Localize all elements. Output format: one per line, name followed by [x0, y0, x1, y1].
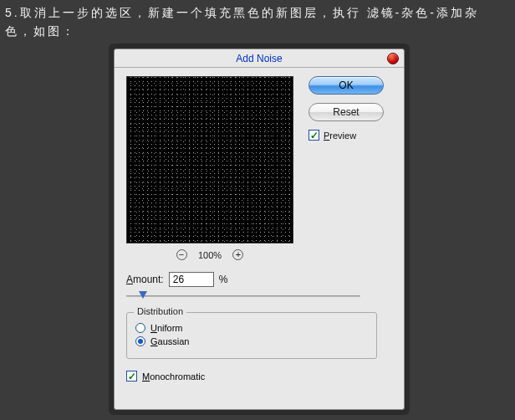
add-noise-dialog: Add Noise − 100% + OK Reset ✓ Preview — [114, 49, 405, 410]
amount-input[interactable] — [169, 272, 214, 287]
instruction-text: 5.取消上一步的选区，新建一个填充黑色的新图层，执行 滤镜-杂色-添加杂色，如图… — [0, 0, 515, 41]
titlebar: Add Noise — [115, 49, 404, 68]
distribution-legend: Distribution — [134, 306, 186, 316]
close-button[interactable] — [387, 53, 399, 64]
slider-track — [126, 295, 360, 297]
radio-uniform-input[interactable] — [135, 323, 145, 333]
amount-slider[interactable] — [126, 290, 360, 302]
radio-uniform[interactable]: Uniform — [135, 323, 368, 333]
preview-checkbox-row[interactable]: ✓ Preview — [308, 130, 392, 141]
zoom-percent: 100% — [198, 250, 222, 260]
amount-unit: % — [219, 274, 228, 285]
right-column: OK Reset ✓ Preview — [308, 76, 392, 141]
preview-label: Preview — [324, 131, 356, 141]
amount-label: Amount: — [126, 274, 164, 285]
distribution-fieldset: Distribution Uniform Gaussian — [126, 312, 377, 359]
radio-gaussian-label: Gaussian — [150, 336, 189, 346]
reset-button[interactable]: Reset — [308, 103, 384, 121]
preview-checkbox[interactable]: ✓ — [308, 130, 319, 141]
monochromatic-checkbox[interactable]: ✓ — [126, 371, 137, 382]
ok-button[interactable]: OK — [308, 76, 384, 95]
slider-thumb[interactable] — [139, 291, 147, 299]
dialog-body: − 100% + OK Reset ✓ Preview Amount: % — [115, 68, 404, 390]
noise-preview — [126, 76, 293, 243]
zoom-in-button[interactable]: + — [232, 249, 243, 260]
noise-texture — [127, 77, 293, 243]
radio-gaussian[interactable]: Gaussian — [135, 336, 368, 346]
amount-row: Amount: % — [126, 272, 394, 287]
radio-uniform-label: Uniform — [150, 323, 183, 333]
zoom-out-button[interactable]: − — [176, 249, 187, 260]
dialog-frame: Add Noise − 100% + OK Reset ✓ Preview — [109, 44, 410, 415]
zoom-controls: − 100% + — [126, 248, 293, 260]
dialog-title: Add Noise — [236, 53, 282, 64]
monochromatic-label: Monochromatic — [142, 371, 205, 382]
radio-gaussian-input[interactable] — [135, 336, 145, 346]
monochromatic-row[interactable]: ✓ Monochromatic — [126, 371, 394, 382]
